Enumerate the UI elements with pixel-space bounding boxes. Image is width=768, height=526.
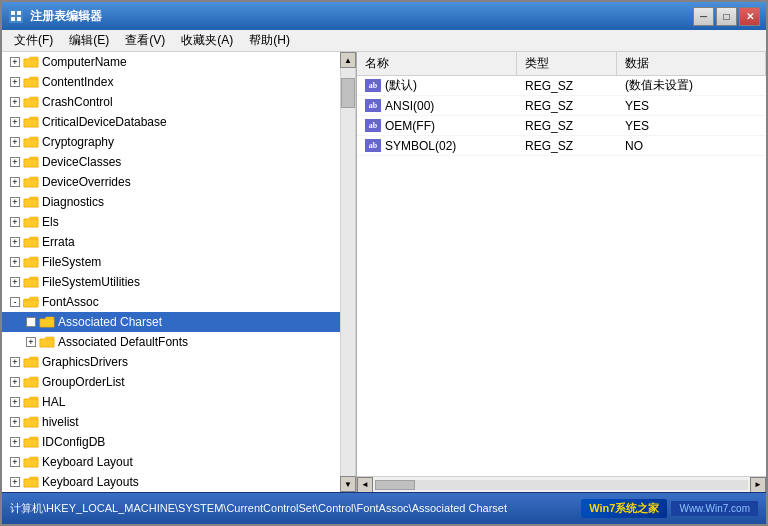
- tree-item-els[interactable]: + Els: [2, 212, 340, 232]
- tree-item-criticaldevicedatabase[interactable]: + CriticalDeviceDatabase: [2, 112, 340, 132]
- expand-icon[interactable]: +: [10, 77, 20, 87]
- col-type[interactable]: 类型: [517, 52, 617, 75]
- expand-icon[interactable]: +: [10, 397, 20, 407]
- tree-item-associatedcharset[interactable]: + Associated Charset: [2, 312, 340, 332]
- svg-rect-17: [40, 319, 54, 327]
- expand-icon[interactable]: +: [10, 57, 20, 67]
- minimize-button[interactable]: ─: [693, 7, 714, 26]
- table-row[interactable]: ab ANSI(00) REG_SZ YES: [357, 96, 766, 116]
- tree-label: FileSystemUtilities: [42, 275, 140, 289]
- expand-icon[interactable]: +: [26, 337, 36, 347]
- svg-rect-1: [11, 11, 15, 15]
- tree-item-grouporderlist[interactable]: + GroupOrderList: [2, 372, 340, 392]
- table-row[interactable]: ab OEM(FF) REG_SZ YES: [357, 116, 766, 136]
- svg-rect-10: [24, 159, 38, 167]
- col-data[interactable]: 数据: [617, 52, 766, 75]
- window-title: 注册表编辑器: [30, 8, 693, 25]
- tree-label: ContentIndex: [42, 75, 113, 89]
- svg-rect-11: [24, 179, 38, 187]
- expand-icon[interactable]: +: [10, 437, 20, 447]
- tree-label: DeviceOverrides: [42, 175, 131, 189]
- scroll-up-button[interactable]: ▲: [340, 52, 356, 68]
- tree-label: FontAssoc: [42, 295, 99, 309]
- tree-label: Keyboard Layouts: [42, 475, 139, 489]
- maximize-button[interactable]: □: [716, 7, 737, 26]
- expand-icon[interactable]: +: [10, 237, 20, 247]
- expand-icon[interactable]: +: [10, 357, 20, 367]
- menu-help[interactable]: 帮助(H): [241, 30, 298, 51]
- tree-label: Errata: [42, 235, 75, 249]
- registry-values-panel: 名称 类型 数据 ab (默认) REG_SZ (数值未设置) ab ANSI(…: [357, 52, 766, 492]
- tree-item-associateddefaultfonts[interactable]: + Associated DefaultFonts: [2, 332, 340, 352]
- tree-item-keyboardlayout[interactable]: + Keyboard Layout: [2, 452, 340, 472]
- tree-item-graphicsdrivers[interactable]: + GraphicsDrivers: [2, 352, 340, 372]
- h-scroll-thumb[interactable]: [375, 480, 415, 490]
- svg-rect-7: [24, 99, 38, 107]
- expand-icon[interactable]: +: [10, 117, 20, 127]
- svg-rect-2: [11, 17, 15, 21]
- expand-icon[interactable]: +: [10, 197, 20, 207]
- tree-item-deviceoverrides[interactable]: + DeviceOverrides: [2, 172, 340, 192]
- tree-item-cryptography[interactable]: + Cryptography: [2, 132, 340, 152]
- table-row[interactable]: ab (默认) REG_SZ (数值未设置): [357, 76, 766, 96]
- tree-label: HAL: [42, 395, 65, 409]
- tree-item-contentindex[interactable]: + ContentIndex: [2, 72, 340, 92]
- table-row[interactable]: ab SYMBOL(02) REG_SZ NO: [357, 136, 766, 156]
- expand-icon[interactable]: -: [10, 297, 20, 307]
- tree-label: GroupOrderList: [42, 375, 125, 389]
- tree-item-hal[interactable]: + HAL: [2, 392, 340, 412]
- tree-item-fontassoc[interactable]: - FontAssoc: [2, 292, 340, 312]
- col-name[interactable]: 名称: [357, 52, 517, 75]
- tree-item-filesystemutilities[interactable]: + FileSystemUtilities: [2, 272, 340, 292]
- scroll-down-button[interactable]: ▼: [340, 476, 356, 492]
- tree-item-keyboardlayouts[interactable]: + Keyboard Layouts: [2, 472, 340, 492]
- expand-icon[interactable]: +: [26, 317, 36, 327]
- tree-label: Els: [42, 215, 59, 229]
- tree-item-deviceclasses[interactable]: + DeviceClasses: [2, 152, 340, 172]
- h-scrollbar[interactable]: ◄ ►: [357, 476, 766, 492]
- logo-url: Www.Win7.com: [679, 503, 750, 514]
- tree-item-idconfigdb[interactable]: + IDConfigDB: [2, 432, 340, 452]
- expand-icon[interactable]: +: [10, 277, 20, 287]
- registry-tree[interactable]: + ComputerName+ ContentIndex+ CrashContr…: [2, 52, 340, 492]
- tree-label: FileSystem: [42, 255, 101, 269]
- menu-file[interactable]: 文件(F): [6, 30, 61, 51]
- expand-icon[interactable]: +: [10, 217, 20, 227]
- cell-name: ab ANSI(00): [357, 97, 517, 115]
- expand-icon[interactable]: +: [10, 157, 20, 167]
- tree-item-errata[interactable]: + Errata: [2, 232, 340, 252]
- svg-rect-23: [24, 439, 38, 447]
- svg-rect-3: [17, 11, 21, 15]
- cell-name: ab (默认): [357, 76, 517, 96]
- tree-label: IDConfigDB: [42, 435, 105, 449]
- svg-rect-4: [17, 17, 21, 21]
- expand-icon[interactable]: +: [10, 457, 20, 467]
- menu-view[interactable]: 查看(V): [117, 30, 173, 51]
- expand-icon[interactable]: +: [10, 417, 20, 427]
- tree-item-filesystem[interactable]: + FileSystem: [2, 252, 340, 272]
- cell-type: REG_SZ: [517, 77, 617, 95]
- scroll-thumb[interactable]: [341, 78, 355, 108]
- scroll-left-button[interactable]: ◄: [357, 477, 373, 493]
- cell-type: REG_SZ: [517, 137, 617, 155]
- tree-item-hivelist[interactable]: + hivelist: [2, 412, 340, 432]
- tree-item-computername[interactable]: + ComputerName: [2, 52, 340, 72]
- svg-rect-25: [24, 479, 38, 487]
- expand-icon[interactable]: +: [10, 137, 20, 147]
- scroll-track: [341, 68, 355, 476]
- expand-icon[interactable]: +: [10, 477, 20, 487]
- tree-scrollbar[interactable]: ▲ ▼: [340, 52, 356, 492]
- svg-rect-16: [24, 279, 38, 287]
- expand-icon[interactable]: +: [10, 377, 20, 387]
- tree-item-crashcontrol[interactable]: + CrashControl: [2, 92, 340, 112]
- main-content: + ComputerName+ ContentIndex+ CrashContr…: [2, 52, 766, 492]
- close-button[interactable]: ✕: [739, 7, 760, 26]
- scroll-right-button[interactable]: ►: [750, 477, 766, 493]
- expand-icon[interactable]: +: [10, 257, 20, 267]
- expand-icon[interactable]: +: [10, 97, 20, 107]
- tree-item-diagnostics[interactable]: + Diagnostics: [2, 192, 340, 212]
- menu-edit[interactable]: 编辑(E): [61, 30, 117, 51]
- reg-value-icon: ab: [365, 79, 381, 92]
- expand-icon[interactable]: +: [10, 177, 20, 187]
- menu-favorites[interactable]: 收藏夹(A): [173, 30, 241, 51]
